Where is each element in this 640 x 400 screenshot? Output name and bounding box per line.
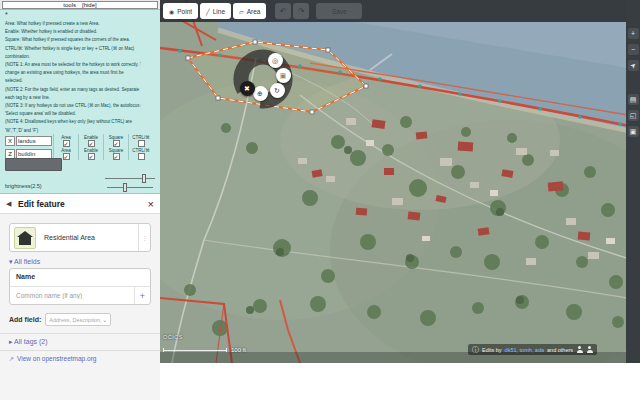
square-checkbox[interactable]: ✓ (113, 153, 120, 160)
rotate-button[interactable]: ↻ (270, 83, 285, 98)
area-checkbox-cell: Area ✓ (53, 134, 78, 147)
point-icon: ◉ (169, 8, 174, 15)
ctrl-checkbox-cell: CTRL/⌘ (128, 134, 153, 147)
help-line: combination. (5, 52, 141, 60)
help-line: Area: What hotkey if pressed create a ne… (5, 19, 141, 27)
enable-checkbox[interactable]: ✓ (88, 140, 95, 147)
geolocate-icon: ➤ (627, 60, 639, 72)
square-column-label: Square (109, 148, 124, 153)
square-column-label: Square (109, 135, 124, 140)
orthogonalize-icon: ▣ (280, 72, 287, 79)
edit-feature-header: ◀ Edit feature × (0, 194, 160, 214)
close-icon[interactable]: × (148, 198, 154, 210)
circularize-button[interactable]: ◎ (268, 53, 283, 68)
enable-column-label: Enable (84, 135, 98, 140)
hotkey-key-field[interactable]: X (5, 136, 15, 146)
line-button[interactable]: ╱ Line (200, 3, 231, 19)
background-settings-button[interactable]: ▤ (628, 94, 639, 105)
redo-icon: ↷ (298, 7, 305, 16)
hotkey-tag-input[interactable] (16, 136, 52, 146)
preset-info-button[interactable]: ⋮ (138, 224, 150, 251)
note-star: * (5, 11, 8, 18)
contrast-slider-thumb[interactable] (123, 183, 127, 192)
enable-checkbox-cell: Enable ✓ (78, 147, 103, 160)
brightness-slider-row: brightness(2.5) (5, 174, 155, 183)
view-on-osm-label: View on openstreetmap.org (17, 355, 96, 362)
help-line: CTRL/⌘: Whether hotkey is single key or … (5, 44, 141, 52)
square-checkbox-cell: Square ✓ (103, 147, 128, 160)
aerial-map-canvas[interactable]: ◉ Point ╱ Line ▱ Area ↶ ↷ Save + − ➤ ▤ ◱ (160, 0, 640, 363)
square-checkbox[interactable]: ✓ (113, 140, 120, 147)
help-line: each tag by a new line. (5, 93, 141, 101)
area-column-label: Area (61, 135, 71, 140)
help-line: 'Select square area' will be disabled. (5, 109, 141, 117)
delete-button[interactable]: ✖ (240, 81, 255, 96)
brightness-slider-track[interactable] (105, 178, 155, 179)
radial-edit-menu: ◎ ▣ ↻ ⊕ ✖ (230, 44, 300, 114)
brightness-slider-thumb[interactable] (142, 174, 146, 183)
ctrl-checkbox-cell: CTRL/⌘ (128, 147, 153, 160)
layers-icon: ▤ (630, 96, 637, 103)
view-on-osm-link[interactable]: ↗ View on openstreetmap.org (9, 355, 96, 362)
help-line: (NOTE 3: If any hotkeys do not use CTRL … (5, 101, 141, 109)
zoom-out-button[interactable]: − (628, 44, 639, 55)
ctrl-checkbox[interactable] (138, 153, 145, 160)
scale-line (163, 348, 227, 352)
all-tags-toggle[interactable]: ▸ All tags (2) (9, 338, 48, 346)
contributor-avatar-icon[interactable] (576, 346, 583, 353)
all-fields-toggle[interactable]: ▾ All fields (9, 258, 40, 266)
zoom-in-button[interactable]: + (628, 28, 639, 39)
add-translation-button[interactable]: + (134, 287, 150, 304)
tools-popup-title: tools (63, 2, 76, 8)
contrast-slider-row: contrast(1) (5, 183, 155, 192)
map-data-button[interactable]: ◱ (628, 110, 639, 121)
redo-button[interactable]: ↷ (293, 3, 309, 19)
help-line: selected. (5, 76, 141, 84)
attribution-user-links[interactable]: dk51, tomh, ada (505, 347, 544, 353)
chevron-down-icon: ⌄ (102, 316, 107, 323)
edit-feature-title: Edit feature (18, 199, 65, 209)
rotate-icon: ↻ (274, 87, 280, 94)
help-line: 'W','T','D' and 'F') (5, 126, 141, 134)
orthogonalize-button[interactable]: ▣ (276, 68, 291, 83)
move-button[interactable]: ⊕ (253, 86, 268, 101)
ctrl-checkbox[interactable] (138, 140, 145, 147)
move-icon: ⊕ (257, 90, 263, 97)
save-button[interactable]: Save (316, 3, 362, 19)
back-icon[interactable]: ◀ (6, 200, 11, 208)
hotkey-help-text: Area: What hotkey if pressed create a ne… (5, 19, 159, 134)
area-button[interactable]: ▱ Area (233, 3, 266, 19)
enable-checkbox[interactable]: ✓ (88, 153, 95, 160)
help-line: (NOTE 2: For the tags field, enter as ma… (5, 85, 141, 93)
divider (0, 350, 160, 351)
name-field-label: Name (16, 273, 35, 280)
info-icon[interactable]: ⓘ (472, 345, 479, 355)
contrast-slider-track[interactable] (107, 187, 153, 188)
preset-card-residential-area[interactable]: Residential Area ⋮ (9, 223, 151, 252)
name-input[interactable] (10, 287, 134, 304)
line-icon: ╱ (206, 8, 210, 15)
geolocate-button[interactable]: ➤ (628, 60, 639, 71)
area-checkbox[interactable]: ✓ (63, 140, 70, 147)
app-window: tools [hide] * Area: What hotkey if pres… (0, 0, 640, 400)
attribution-bar: ⓘ Edits by dk51, tomh, ada and others (468, 344, 597, 355)
point-button[interactable]: ◉ Point (163, 3, 198, 19)
scale-label: 100 ft (231, 347, 246, 353)
undo-button[interactable]: ↶ (275, 3, 291, 19)
square-checkbox-cell: Square ✓ (103, 134, 128, 147)
hide-link[interactable]: [hide] (82, 2, 97, 8)
ctrl-column-label: CTRL/⌘ (132, 135, 150, 140)
help-button[interactable]: ▣ (628, 126, 639, 137)
divider (0, 333, 160, 334)
contributor-avatar-icon[interactable] (586, 346, 593, 353)
area-checkbox[interactable]: ✓ (63, 153, 70, 160)
apply-settings-button[interactable] (5, 158, 62, 171)
add-field-select[interactable]: Address, Description, Etc ⌄ (45, 313, 111, 326)
imagery-label: OCICS (163, 334, 183, 340)
help-line: Square: What hotkey if pressed squares t… (5, 35, 141, 43)
tools-popup-titlebar: tools [hide] (0, 0, 160, 10)
add-field-selected-value: Address, Description, Etc (49, 317, 102, 323)
help-icon: ▣ (630, 128, 637, 135)
external-link-icon: ↗ (9, 355, 14, 362)
map-controls-rail: + − ➤ ▤ ◱ ▣ (626, 0, 640, 363)
